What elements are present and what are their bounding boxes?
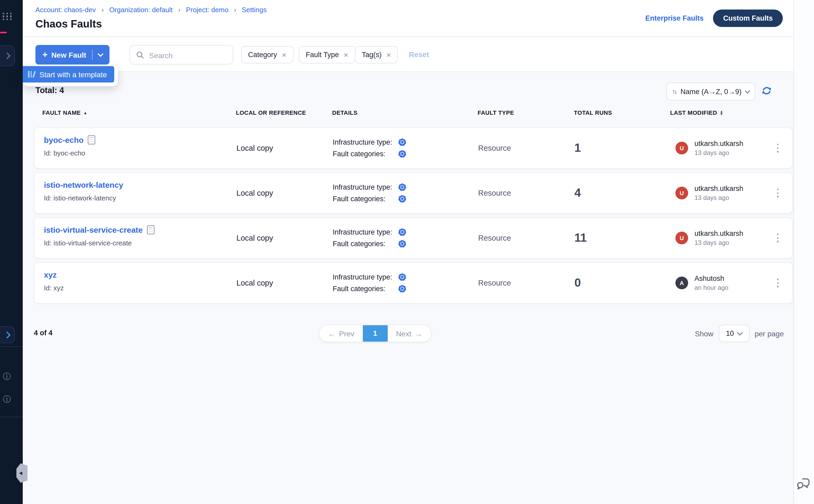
nav-module-button[interactable] bbox=[0, 45, 15, 66]
table-row[interactable]: byoc-echo Id: byoc-echo Local copy Infra… bbox=[34, 127, 793, 169]
fault-type-value: Resource bbox=[478, 144, 511, 152]
fault-id: Id: istio-virtual-service-create bbox=[44, 239, 154, 247]
local-or-reference-value: Local copy bbox=[236, 234, 273, 242]
sort-both-icon: ▲▼ bbox=[720, 110, 723, 115]
column-header-local-or-reference: LOCAL OR REFERENCE bbox=[236, 109, 306, 116]
modified-time: 13 days ago bbox=[694, 194, 743, 201]
refresh-button[interactable] bbox=[761, 85, 772, 96]
close-icon[interactable]: × bbox=[344, 51, 349, 59]
breadcrumb-separator: › bbox=[102, 6, 104, 14]
modified-by-user: utkarsh.utkarsh bbox=[694, 185, 743, 193]
kubernetes-icon bbox=[398, 183, 406, 191]
breadcrumb-account-link[interactable]: Account: chaos-dev bbox=[35, 6, 96, 14]
start-with-template-menu-item[interactable]: Start with a template bbox=[23, 66, 114, 83]
fault-id: Id: byoc-echo bbox=[44, 149, 95, 157]
modified-time: 13 days ago bbox=[694, 239, 743, 246]
row-menu-button[interactable] bbox=[775, 186, 781, 199]
manifest-icon bbox=[147, 225, 154, 234]
details-cell: Infrastructure type: Fault categories: bbox=[333, 183, 406, 203]
kubernetes-icon bbox=[398, 228, 406, 236]
kubernetes-icon bbox=[398, 240, 406, 248]
table-row[interactable]: istio-network-latency Id: istio-network-… bbox=[34, 172, 793, 214]
search-input[interactable] bbox=[148, 45, 230, 65]
table-row[interactable]: xyz Id: xyz Local copy Infrastructure ty… bbox=[34, 262, 793, 304]
total-runs-value: 1 bbox=[574, 141, 581, 155]
support-chat-icon[interactable] bbox=[795, 475, 811, 491]
sort-arrows-icon: ↑↓ bbox=[672, 88, 676, 95]
column-header-total-runs: TOTAL RUNS bbox=[574, 109, 612, 116]
manifest-icon bbox=[88, 135, 95, 144]
modified-by-user: utkarsh.utkarsh bbox=[694, 140, 743, 148]
enterprise-faults-link[interactable]: Enterprise Faults bbox=[645, 14, 704, 22]
pagination-count: 4 of 4 bbox=[34, 329, 53, 337]
prev-page-button[interactable]: ← Prev bbox=[319, 325, 363, 342]
arrow-left-icon: ← bbox=[328, 329, 335, 338]
filter-chip-category[interactable]: Category × bbox=[241, 46, 293, 63]
fault-name-link[interactable]: xyz bbox=[44, 270, 57, 279]
fault-type-value: Resource bbox=[478, 279, 511, 287]
total-count-label: Total: 4 bbox=[35, 86, 64, 95]
row-menu-button[interactable] bbox=[775, 231, 781, 244]
filter-chip-tags[interactable]: Tag(s) × bbox=[355, 46, 398, 63]
info-icon[interactable]: ⓘ bbox=[2, 394, 12, 405]
chaos-faults-page: ⓘ ⓘ ◀ Account: chaos-dev › Organization:… bbox=[0, 0, 814, 504]
row-menu-button[interactable] bbox=[775, 276, 781, 289]
modified-time: an hour ago bbox=[694, 284, 728, 291]
kubernetes-icon bbox=[398, 150, 406, 158]
details-cell: Infrastructure type: Fault categories: bbox=[333, 273, 406, 293]
next-page-button[interactable]: Next → bbox=[388, 325, 431, 342]
breadcrumb-organization-link[interactable]: Organization: default bbox=[109, 6, 173, 14]
template-library-icon bbox=[28, 71, 35, 78]
chevron-down-icon bbox=[745, 88, 750, 93]
chevron-down-icon bbox=[737, 330, 743, 335]
search-box bbox=[130, 45, 233, 65]
plus-icon: + bbox=[42, 49, 48, 60]
table-row[interactable]: istio-virtual-service-create Id: istio-v… bbox=[34, 217, 793, 259]
chevron-down-icon[interactable] bbox=[98, 51, 104, 57]
button-divider bbox=[92, 50, 93, 60]
local-or-reference-value: Local copy bbox=[236, 189, 273, 197]
avatar: U bbox=[675, 187, 688, 199]
row-menu-button[interactable] bbox=[775, 141, 781, 154]
avatar: A bbox=[675, 277, 688, 289]
avatar: U bbox=[675, 232, 688, 244]
fault-name-link[interactable]: istio-network-latency bbox=[44, 180, 123, 189]
last-modified-cell: U utkarsh.utkarsh13 days ago bbox=[675, 185, 743, 201]
reset-filters-button[interactable]: Reset bbox=[409, 50, 429, 59]
new-fault-dropdown: Start with a template bbox=[23, 66, 118, 86]
details-cell: Infrastructure type: Fault categories: bbox=[333, 228, 406, 248]
fault-name-link[interactable]: byoc-echo bbox=[44, 135, 84, 144]
custom-faults-button[interactable]: Custom Faults bbox=[713, 10, 783, 27]
sidebar-collapse-handle[interactable]: ◀ bbox=[16, 463, 28, 483]
page-number-button[interactable]: 1 bbox=[363, 325, 388, 342]
breadcrumb: Account: chaos-dev › Organization: defau… bbox=[35, 6, 267, 14]
close-icon[interactable]: × bbox=[386, 51, 391, 59]
close-icon[interactable]: × bbox=[282, 51, 287, 59]
column-header-last-modified[interactable]: LAST MODIFIED ▲▼ bbox=[670, 109, 723, 116]
arrow-right-icon: → bbox=[415, 329, 422, 338]
breadcrumb-separator: › bbox=[234, 6, 236, 14]
breadcrumb-project-link[interactable]: Project: demo bbox=[186, 6, 228, 14]
local-or-reference-value: Local copy bbox=[236, 144, 273, 152]
breadcrumb-settings-link[interactable]: Settings bbox=[242, 6, 267, 14]
app-grid-icon[interactable] bbox=[3, 13, 13, 20]
sort-select[interactable]: ↑↓ Name (A→Z, 0→9) bbox=[666, 83, 755, 100]
pagination: ← Prev 1 Next → bbox=[319, 325, 431, 342]
info-icon[interactable]: ⓘ bbox=[2, 371, 12, 382]
last-modified-cell: A Ashutoshan hour ago bbox=[675, 274, 728, 291]
fault-type-value: Resource bbox=[478, 189, 511, 197]
scrollbar-gutter[interactable] bbox=[793, 0, 814, 504]
sidebar-divider bbox=[0, 417, 23, 417]
new-fault-button[interactable]: + New Fault bbox=[35, 45, 109, 65]
column-header-fault-name[interactable]: FAULT NAME▲ bbox=[42, 109, 88, 116]
page-size-select[interactable]: 10 bbox=[719, 325, 749, 342]
local-or-reference-value: Local copy bbox=[236, 279, 273, 287]
chevron-right-icon bbox=[4, 52, 10, 59]
last-modified-cell: U utkarsh.utkarsh13 days ago bbox=[675, 140, 743, 157]
kubernetes-icon bbox=[398, 195, 406, 203]
expand-sidebar-button[interactable] bbox=[0, 326, 15, 343]
fault-name-link[interactable]: istio-virtual-service-create bbox=[44, 225, 143, 234]
filter-chip-fault-type[interactable]: Fault Type × bbox=[299, 46, 355, 63]
last-modified-cell: U utkarsh.utkarsh13 days ago bbox=[675, 230, 743, 246]
fault-id: Id: xyz bbox=[44, 284, 64, 292]
